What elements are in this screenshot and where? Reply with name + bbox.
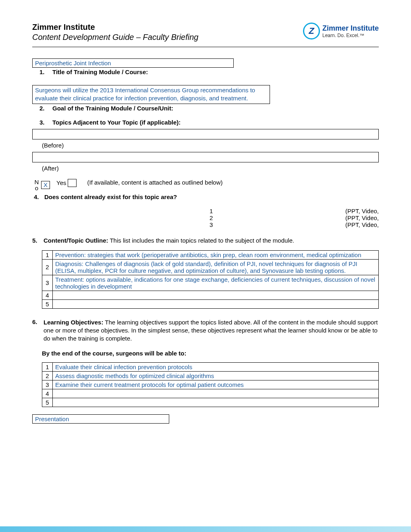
table-row: 2Diagnosis: Challenges of diagnosis (lac… <box>42 259 379 275</box>
topic-cell[interactable] <box>53 291 379 299</box>
table-row: 4 <box>42 291 379 299</box>
table-row: 5 <box>42 398 379 407</box>
checkbox-no[interactable]: X <box>41 181 50 189</box>
q3-input-top[interactable] <box>32 129 379 139</box>
page-subtitle: Content Development Guide – Faculty Brie… <box>32 33 198 42</box>
content-row: 2(PPT, Video, <box>32 214 379 221</box>
q1-number: 1. <box>39 69 47 75</box>
objective-cell[interactable] <box>53 398 379 407</box>
q4-number: 4. <box>34 193 41 200</box>
objective-cell[interactable]: Examine their current treatment protocol… <box>53 380 379 389</box>
q3-label: Topics Adjacent to Your Topic (if applic… <box>52 119 181 126</box>
table-row: 3Treatment: options available, indicatio… <box>42 275 379 291</box>
q3-before-label: (Before) <box>32 142 379 149</box>
objective-cell[interactable]: Assess diagnostic methods for optimized … <box>53 372 379 380</box>
goal-input[interactable]: Surgeons will utilize the 2013 Internati… <box>32 85 270 104</box>
table-row: 1Evaluate their clinical infection preve… <box>42 363 379 372</box>
q1-label: Title of Training Module / Course: <box>52 69 148 75</box>
table-row: 2Assess diagnostic methods for optimized… <box>42 372 379 380</box>
page-header: Zimmer Institute Content Development Gui… <box>32 23 379 47</box>
table-row: 4 <box>42 389 379 398</box>
objective-cell[interactable]: Evaluate their clinical infection preven… <box>53 363 379 372</box>
title-input[interactable]: Periprosthetic Joint Infection <box>32 58 234 68</box>
objectives-table: 1Evaluate their clinical infection preve… <box>42 362 379 407</box>
q6-label: Learning Objectives: <box>44 319 103 326</box>
topic-cell[interactable]: Diagnosis: Challenges of diagnosis (lack… <box>53 259 379 275</box>
q5-number: 5. <box>32 237 39 244</box>
topic-cell[interactable]: Prevention: strategies that work (periop… <box>53 250 379 259</box>
table-row: 1Prevention: strategies that work (perio… <box>42 250 379 259</box>
content-row: 1(PPT, Video, <box>32 208 379 214</box>
q5-label: Content/Topic Outline: <box>44 237 108 244</box>
q3-after-label: (After) <box>32 165 379 172</box>
q5-desc: This list includes the main topics relat… <box>108 237 295 244</box>
logo-icon: Z <box>303 23 320 39</box>
page-title: Zimmer Institute <box>32 23 198 32</box>
q3-number: 3. <box>39 119 47 126</box>
q3-input-bottom[interactable] <box>32 152 379 162</box>
objectives-intro: By the end of the course, surgeons will … <box>32 350 379 357</box>
brand-logo: Z Zimmer Institute Learn. Do. Excel.™ <box>303 23 379 39</box>
q4-no-label: No <box>34 179 39 191</box>
table-row: 3Examine their current treatment protoco… <box>42 380 379 389</box>
q4-yes-label: Yes <box>56 180 66 186</box>
q2-number: 2. <box>39 105 47 112</box>
presentation-input[interactable]: Presentation <box>32 414 169 424</box>
content-row: 3(PPT, Video, <box>32 221 379 228</box>
logo-name: Zimmer Institute <box>322 24 379 33</box>
objective-cell[interactable] <box>53 389 379 398</box>
q4-note: (If available, content is attached as ou… <box>87 179 222 186</box>
topic-cell[interactable] <box>53 299 379 308</box>
footer-divider <box>0 526 411 532</box>
logo-tagline: Learn. Do. Excel.™ <box>322 33 379 38</box>
topic-cell[interactable]: Treatment: options available, indication… <box>53 275 379 291</box>
topic-outline-table: 1Prevention: strategies that work (perio… <box>42 250 379 309</box>
q2-label: Goal of the Training Module / Course/Uni… <box>52 105 173 112</box>
q4-label: Does content already exist for this topi… <box>44 193 177 200</box>
q6-number: 6. <box>32 318 39 343</box>
table-row: 5 <box>42 299 379 308</box>
checkbox-yes[interactable] <box>68 179 77 187</box>
